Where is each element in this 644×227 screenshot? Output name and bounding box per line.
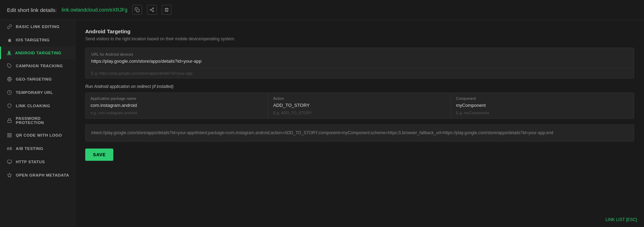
url-field-wrapper: URL for Android devices — [86, 48, 634, 68]
app-fields-container: Application package name e.g. com.instag… — [85, 92, 634, 119]
section-title: Android Targeting — [85, 28, 634, 34]
sidebar-item-label: Geo-Targeting — [16, 77, 52, 81]
intent-text-box: intent://play.google.com/store/apps/deta… — [85, 124, 634, 142]
sidebar-item-label: QR Code With Logo — [16, 133, 62, 137]
svg-line-5 — [151, 9, 153, 9]
run-android-label: Run Android application on redirect (if … — [85, 84, 634, 89]
app-package-input[interactable] — [90, 103, 263, 108]
sidebar-item-label: Campaign Tracking — [16, 64, 63, 68]
sidebar: Basic Link Editing iOS Targeting Android… — [0, 20, 75, 227]
content-area: Android Targeting Send visitors to the r… — [75, 20, 644, 227]
action-input[interactable] — [273, 103, 446, 108]
sidebar-item-basic-link-editing[interactable]: Basic Link Editing — [0, 20, 75, 33]
url-field-input[interactable] — [91, 59, 628, 64]
sidebar-item-http-status[interactable]: HTTP Status — [0, 155, 75, 168]
component-placeholder: E.g. myComponent — [456, 111, 629, 115]
sidebar-item-label: Link Cloaking — [16, 104, 50, 108]
short-link[interactable]: link.owlandcloud.com/eXRJFg — [62, 7, 128, 13]
globe-icon — [7, 76, 12, 82]
url-field-card: URL for Android devices E.g. https://pla… — [85, 48, 634, 78]
android-icon — [7, 50, 12, 55]
sidebar-item-open-graph[interactable]: Open Graph Metadata — [0, 168, 75, 182]
sidebar-item-label: A/B Testing — [16, 146, 43, 151]
svg-line-4 — [151, 10, 153, 11]
graph-icon — [7, 172, 12, 178]
action-placeholder: E.g. ADD_TO_STORY — [273, 111, 446, 115]
sidebar-item-android-targeting[interactable]: Android Targeting — [0, 47, 75, 59]
sidebar-item-label: iOS Targeting — [16, 38, 49, 42]
svg-point-1 — [153, 8, 154, 9]
svg-rect-0 — [137, 9, 140, 12]
sidebar-item-campaign-tracking[interactable]: Campaign Tracking — [0, 59, 75, 73]
app-package-label: Application package name — [90, 96, 263, 101]
copy-button[interactable] — [132, 5, 142, 15]
sidebar-item-ab-testing[interactable]: AB A/B Testing — [0, 142, 75, 155]
section-desc: Send visitors to the right location base… — [85, 36, 634, 41]
sidebar-item-label: Temporary URL — [16, 90, 53, 95]
clock-icon — [7, 90, 12, 95]
svg-point-3 — [153, 11, 154, 12]
apple-icon — [7, 37, 12, 43]
sidebar-item-ios-targeting[interactable]: iOS Targeting — [0, 33, 75, 47]
sidebar-item-label: HTTP Status — [16, 160, 45, 164]
component-label: Component — [456, 96, 629, 101]
save-button[interactable]: SAVE — [85, 149, 113, 161]
sidebar-item-label: Open Graph Metadata — [16, 173, 69, 177]
http-icon — [7, 159, 12, 165]
sidebar-item-qr-code[interactable]: QR Code With Logo — [0, 129, 75, 142]
sidebar-item-link-cloaking[interactable]: Link Cloaking — [0, 99, 75, 112]
svg-point-2 — [150, 9, 152, 11]
ab-icon: AB — [7, 146, 12, 151]
link-icon — [7, 24, 12, 29]
main-layout: Basic Link Editing iOS Targeting Android… — [0, 20, 644, 227]
action-label: Action — [273, 96, 446, 101]
share-button[interactable] — [147, 5, 157, 15]
qr-icon — [7, 132, 12, 138]
link-list-button[interactable]: LINK LIST [ESC] — [605, 217, 637, 222]
svg-rect-10 — [8, 120, 12, 122]
url-field-label: URL for Android devices — [91, 52, 628, 56]
component-field: Component E.g. myComponent — [451, 93, 634, 118]
page-title: Edit short link details: — [7, 7, 57, 13]
svg-marker-18 — [7, 173, 12, 177]
svg-rect-12 — [10, 133, 11, 135]
svg-rect-11 — [8, 133, 9, 135]
header: Edit short link details: link.owlandclou… — [0, 0, 644, 20]
app-package-placeholder: e.g. com.instagram.android — [90, 111, 263, 115]
component-input[interactable] — [456, 103, 629, 108]
action-field: Action E.g. ADD_TO_STORY — [268, 93, 451, 118]
tag-icon — [7, 63, 12, 69]
sidebar-item-label: Basic Link Editing — [16, 25, 60, 29]
sidebar-item-label: Password Protection — [16, 116, 69, 125]
sidebar-item-label: Android Targeting — [15, 51, 61, 55]
lock-icon — [7, 118, 12, 123]
shield-icon — [7, 103, 12, 109]
delete-button[interactable] — [162, 5, 172, 15]
sidebar-item-temporary-url[interactable]: Temporary URL — [0, 86, 75, 99]
svg-rect-15 — [7, 160, 12, 163]
url-placeholder-hint: E.g. https://play.google.com/store/apps/… — [86, 68, 634, 78]
sidebar-item-password-protection[interactable]: Password Protection — [0, 112, 75, 129]
svg-rect-14 — [10, 136, 11, 137]
svg-rect-13 — [8, 136, 9, 137]
sidebar-item-geo-targeting[interactable]: Geo-Targeting — [0, 73, 75, 86]
app-package-field: Application package name e.g. com.instag… — [86, 93, 268, 118]
